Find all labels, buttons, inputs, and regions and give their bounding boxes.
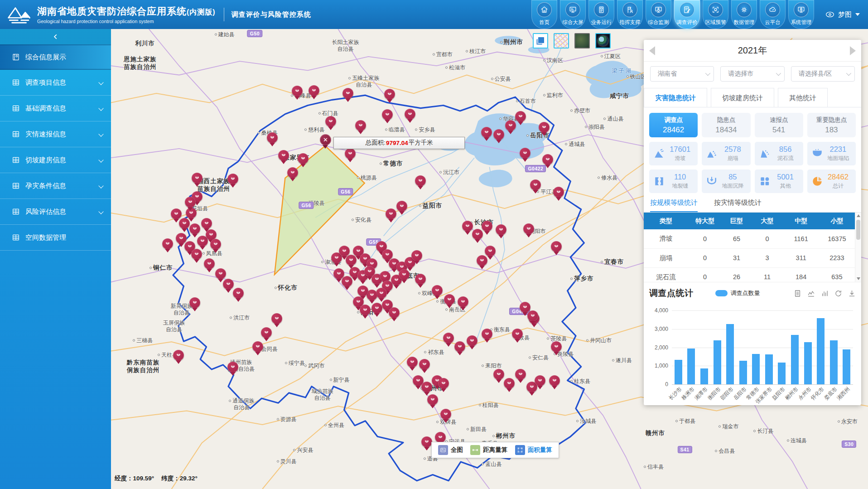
region-select-1[interactable]: 湖南省: [650, 66, 714, 82]
subtab-2[interactable]: 按灾情等级统计: [714, 199, 762, 212]
hazard-point-marker[interactable]: [204, 258, 215, 269]
panel-tab-2[interactable]: 切坡建房统计: [711, 88, 774, 107]
scroll-thumb[interactable]: [856, 220, 860, 240]
hazard-point-marker[interactable]: [472, 229, 483, 240]
hazard-point-marker[interactable]: [407, 357, 418, 368]
hazard-point-marker[interactable]: [553, 187, 564, 198]
nav-item-warn[interactable]: 区域预警: [703, 0, 728, 29]
hazard-point-marker[interactable]: [287, 167, 298, 178]
hazard-point-marker[interactable]: [421, 436, 432, 447]
hazard-point-marker[interactable]: [261, 327, 272, 338]
hazard-point-marker[interactable]: [440, 409, 451, 420]
table-scrollbar[interactable]: [855, 213, 861, 282]
bar-湘潭市[interactable]: [700, 368, 708, 384]
hazard-point-marker[interactable]: [419, 359, 430, 370]
basemap-satellite-button[interactable]: [574, 33, 590, 48]
hazard-point-marker[interactable]: [171, 208, 182, 219]
hazard-point-marker[interactable]: [504, 378, 515, 389]
dist-measure-button[interactable]: 距离量算: [470, 445, 507, 455]
hazard-point-marker[interactable]: [444, 294, 455, 305]
bar-衡阳市[interactable]: [714, 340, 721, 384]
sidebar-item-2[interactable]: 调查项目信息: [0, 70, 111, 96]
hazard-point-marker[interactable]: [482, 221, 492, 232]
year-next-button[interactable]: [850, 46, 856, 55]
hazard-point-marker[interactable]: [399, 269, 410, 280]
bar-郴州市[interactable]: [791, 335, 799, 384]
nav-item-system[interactable]: 系统管理: [788, 0, 814, 29]
region-select-2[interactable]: 请选择市: [720, 66, 784, 82]
hazard-point-marker[interactable]: [223, 279, 234, 290]
hazard-point-marker[interactable]: [173, 350, 184, 361]
hazard-point-marker[interactable]: [493, 369, 504, 380]
hazard-point-marker[interactable]: [382, 109, 393, 120]
nav-item-cloud[interactable]: 云平台: [760, 0, 786, 29]
hazard-point-marker[interactable]: [333, 268, 344, 279]
hazard-point-marker[interactable]: [481, 127, 492, 138]
hazard-point-marker[interactable]: [549, 375, 560, 386]
full-measure-button[interactable]: 全图: [438, 445, 463, 455]
hazard-point-marker[interactable]: [371, 303, 382, 314]
area-measure-button[interactable]: 面积量算: [515, 445, 552, 455]
sidebar-item-8[interactable]: 空间数据管理: [0, 225, 111, 251]
hazard-point-marker[interactable]: [346, 255, 357, 266]
refresh-icon[interactable]: [834, 290, 842, 297]
bar-益阳市[interactable]: [778, 363, 786, 384]
region-select-3[interactable]: 请选择县/区: [791, 66, 855, 82]
basemap-globe-button[interactable]: [595, 33, 611, 48]
year-prev-button[interactable]: [649, 46, 655, 55]
sidebar-item-6[interactable]: 孕灾条件信息: [0, 173, 111, 199]
bar-邵阳市[interactable]: [726, 324, 734, 384]
hazard-point-marker[interactable]: [527, 310, 538, 321]
hazard-point-marker[interactable]: [435, 432, 446, 443]
data-view-icon[interactable]: [794, 290, 801, 297]
nav-item-command[interactable]: 指挥支撑: [617, 0, 643, 29]
hazard-point-marker[interactable]: [421, 382, 432, 392]
bar-常德市[interactable]: [752, 354, 760, 384]
bar-长沙市[interactable]: [675, 360, 682, 384]
hazard-point-marker[interactable]: [438, 378, 449, 389]
hazard-point-marker[interactable]: [493, 129, 504, 140]
sidebar-collapse-button[interactable]: [0, 29, 111, 44]
hazard-point-marker[interactable]: [477, 255, 487, 266]
hazard-point-marker[interactable]: [496, 224, 506, 235]
user-menu[interactable]: 梦图: [825, 10, 860, 19]
hazard-point-marker[interactable]: [462, 221, 473, 232]
subtab-1[interactable]: 按规模等级统计: [650, 199, 698, 212]
hazard-point-marker[interactable]: [458, 296, 468, 307]
hazard-point-marker[interactable]: [551, 341, 562, 352]
hazard-point-marker[interactable]: [267, 132, 278, 143]
scroll-down-icon[interactable]: [857, 277, 860, 280]
hazard-point-marker[interactable]: [515, 111, 526, 122]
panel-tab-1[interactable]: 灾害隐患统计: [644, 88, 707, 107]
hazard-point-marker[interactable]: [382, 249, 393, 260]
bar-chart-icon[interactable]: [821, 290, 829, 297]
bar-永州市[interactable]: [804, 342, 812, 384]
hazard-point-marker[interactable]: [405, 109, 415, 120]
nav-item-biz[interactable]: 业务运行: [588, 0, 614, 29]
stat-card-1[interactable]: 调查点28462: [649, 113, 698, 137]
sidebar-item-7[interactable]: 风险评估信息: [0, 199, 111, 225]
scroll-up-icon[interactable]: [857, 214, 860, 217]
download-icon[interactable]: [848, 290, 856, 297]
hazard-point-marker[interactable]: [201, 218, 212, 229]
hazard-point-marker[interactable]: [523, 223, 534, 234]
sidebar-item-5[interactable]: 切坡建房信息: [0, 147, 111, 173]
nav-item-screen[interactable]: 综合大屏: [560, 0, 586, 29]
bar-张家界市[interactable]: [765, 354, 773, 384]
hazard-point-marker[interactable]: [189, 223, 200, 234]
layers-button[interactable]: [533, 33, 548, 48]
measure-point-marker[interactable]: ✕: [320, 134, 331, 145]
hazard-point-marker[interactable]: [396, 201, 407, 212]
nav-item-data[interactable]: 数据管理: [731, 0, 757, 29]
stat-card-3[interactable]: 速报点541: [755, 113, 803, 137]
hazard-point-marker[interactable]: [454, 341, 465, 352]
bar-湘西州[interactable]: [843, 349, 850, 384]
nav-item-monitor[interactable]: 综合监测: [646, 0, 671, 29]
hazard-point-marker[interactable]: [325, 116, 336, 127]
basemap-street-button[interactable]: [554, 33, 569, 48]
hazard-point-marker[interactable]: [227, 174, 238, 184]
nav-item-home[interactable]: 首页: [531, 0, 557, 29]
sidebar-item-1[interactable]: 综合信息展示: [0, 44, 111, 70]
hazard-point-marker[interactable]: [432, 285, 443, 296]
sidebar-item-4[interactable]: 灾情速报信息: [0, 121, 111, 147]
